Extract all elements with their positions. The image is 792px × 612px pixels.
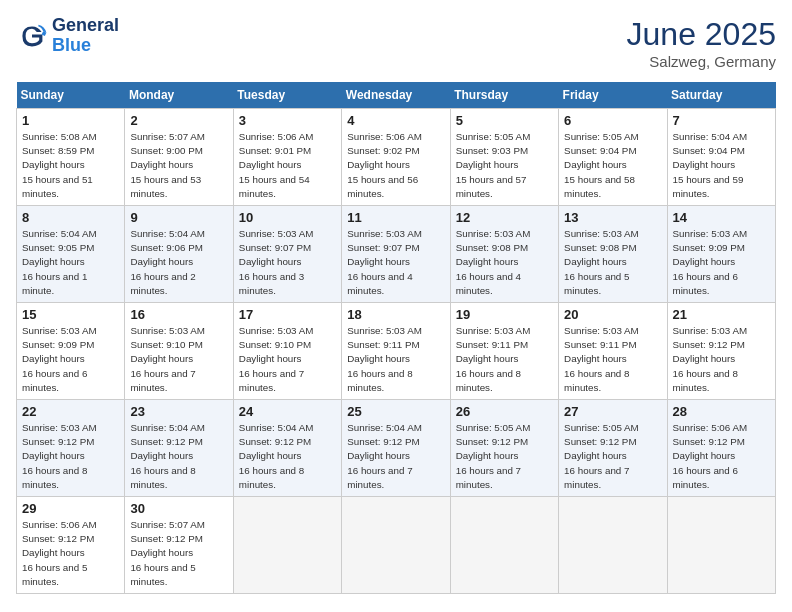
logo-text-line1: General [52,16,119,36]
table-row: 9 Sunrise: 5:04 AMSunset: 9:06 PMDayligh… [125,206,233,303]
day-info: Sunrise: 5:03 AMSunset: 9:11 PMDaylight … [456,324,553,395]
day-number: 25 [347,404,444,419]
day-number: 11 [347,210,444,225]
table-row: 3 Sunrise: 5:06 AMSunset: 9:01 PMDayligh… [233,109,341,206]
day-number: 28 [673,404,770,419]
day-number: 30 [130,501,227,516]
day-number: 8 [22,210,119,225]
logo-icon [16,20,48,52]
day-info: Sunrise: 5:05 AMSunset: 9:12 PMDaylight … [564,421,661,492]
header-monday: Monday [125,82,233,109]
calendar-row: 8 Sunrise: 5:04 AMSunset: 9:05 PMDayligh… [17,206,776,303]
day-info: Sunrise: 5:03 AMSunset: 9:07 PMDaylight … [347,227,444,298]
day-info: Sunrise: 5:04 AMSunset: 9:04 PMDaylight … [673,130,770,201]
day-number: 16 [130,307,227,322]
day-info: Sunrise: 5:07 AMSunset: 9:12 PMDaylight … [130,518,227,589]
day-info: Sunrise: 5:04 AMSunset: 9:05 PMDaylight … [22,227,119,298]
day-number: 5 [456,113,553,128]
header-tuesday: Tuesday [233,82,341,109]
day-number: 22 [22,404,119,419]
day-info: Sunrise: 5:03 AMSunset: 9:08 PMDaylight … [456,227,553,298]
day-number: 23 [130,404,227,419]
day-info: Sunrise: 5:03 AMSunset: 9:11 PMDaylight … [347,324,444,395]
day-info: Sunrise: 5:03 AMSunset: 9:12 PMDaylight … [673,324,770,395]
day-info: Sunrise: 5:05 AMSunset: 9:04 PMDaylight … [564,130,661,201]
day-number: 15 [22,307,119,322]
day-number: 14 [673,210,770,225]
day-number: 9 [130,210,227,225]
day-number: 6 [564,113,661,128]
day-number: 17 [239,307,336,322]
day-number: 26 [456,404,553,419]
day-info: Sunrise: 5:06 AMSunset: 9:02 PMDaylight … [347,130,444,201]
day-info: Sunrise: 5:06 AMSunset: 9:12 PMDaylight … [673,421,770,492]
table-row [233,497,341,594]
day-info: Sunrise: 5:03 AMSunset: 9:07 PMDaylight … [239,227,336,298]
day-info: Sunrise: 5:06 AMSunset: 9:12 PMDaylight … [22,518,119,589]
table-row: 27 Sunrise: 5:05 AMSunset: 9:12 PMDaylig… [559,400,667,497]
logo-text-line2: Blue [52,36,119,56]
table-row: 25 Sunrise: 5:04 AMSunset: 9:12 PMDaylig… [342,400,450,497]
day-number: 29 [22,501,119,516]
table-row: 14 Sunrise: 5:03 AMSunset: 9:09 PMDaylig… [667,206,775,303]
table-row: 20 Sunrise: 5:03 AMSunset: 9:11 PMDaylig… [559,303,667,400]
day-info: Sunrise: 5:03 AMSunset: 9:10 PMDaylight … [239,324,336,395]
table-row: 6 Sunrise: 5:05 AMSunset: 9:04 PMDayligh… [559,109,667,206]
calendar-header-row: Sunday Monday Tuesday Wednesday Thursday… [17,82,776,109]
table-row: 24 Sunrise: 5:04 AMSunset: 9:12 PMDaylig… [233,400,341,497]
table-row: 4 Sunrise: 5:06 AMSunset: 9:02 PMDayligh… [342,109,450,206]
day-info: Sunrise: 5:07 AMSunset: 9:00 PMDaylight … [130,130,227,201]
header-thursday: Thursday [450,82,558,109]
calendar-table: Sunday Monday Tuesday Wednesday Thursday… [16,82,776,594]
day-info: Sunrise: 5:03 AMSunset: 9:09 PMDaylight … [673,227,770,298]
day-info: Sunrise: 5:03 AMSunset: 9:11 PMDaylight … [564,324,661,395]
day-number: 13 [564,210,661,225]
table-row [342,497,450,594]
day-info: Sunrise: 5:03 AMSunset: 9:09 PMDaylight … [22,324,119,395]
day-number: 12 [456,210,553,225]
table-row: 18 Sunrise: 5:03 AMSunset: 9:11 PMDaylig… [342,303,450,400]
table-row: 16 Sunrise: 5:03 AMSunset: 9:10 PMDaylig… [125,303,233,400]
table-row: 26 Sunrise: 5:05 AMSunset: 9:12 PMDaylig… [450,400,558,497]
calendar-row: 15 Sunrise: 5:03 AMSunset: 9:09 PMDaylig… [17,303,776,400]
table-row: 15 Sunrise: 5:03 AMSunset: 9:09 PMDaylig… [17,303,125,400]
table-row: 22 Sunrise: 5:03 AMSunset: 9:12 PMDaylig… [17,400,125,497]
day-number: 21 [673,307,770,322]
table-row: 8 Sunrise: 5:04 AMSunset: 9:05 PMDayligh… [17,206,125,303]
day-info: Sunrise: 5:04 AMSunset: 9:12 PMDaylight … [347,421,444,492]
day-info: Sunrise: 5:04 AMSunset: 9:12 PMDaylight … [130,421,227,492]
location: Salzweg, Germany [627,53,776,70]
day-number: 10 [239,210,336,225]
table-row: 5 Sunrise: 5:05 AMSunset: 9:03 PMDayligh… [450,109,558,206]
logo: General Blue [16,16,119,56]
table-row: 13 Sunrise: 5:03 AMSunset: 9:08 PMDaylig… [559,206,667,303]
day-info: Sunrise: 5:03 AMSunset: 9:12 PMDaylight … [22,421,119,492]
table-row: 2 Sunrise: 5:07 AMSunset: 9:00 PMDayligh… [125,109,233,206]
table-row: 19 Sunrise: 5:03 AMSunset: 9:11 PMDaylig… [450,303,558,400]
day-number: 19 [456,307,553,322]
day-info: Sunrise: 5:05 AMSunset: 9:12 PMDaylight … [456,421,553,492]
table-row: 21 Sunrise: 5:03 AMSunset: 9:12 PMDaylig… [667,303,775,400]
day-info: Sunrise: 5:04 AMSunset: 9:12 PMDaylight … [239,421,336,492]
table-row: 17 Sunrise: 5:03 AMSunset: 9:10 PMDaylig… [233,303,341,400]
table-row: 7 Sunrise: 5:04 AMSunset: 9:04 PMDayligh… [667,109,775,206]
table-row: 12 Sunrise: 5:03 AMSunset: 9:08 PMDaylig… [450,206,558,303]
day-info: Sunrise: 5:08 AMSunset: 8:59 PMDaylight … [22,130,119,201]
table-row: 10 Sunrise: 5:03 AMSunset: 9:07 PMDaylig… [233,206,341,303]
day-number: 3 [239,113,336,128]
day-number: 2 [130,113,227,128]
day-number: 18 [347,307,444,322]
header-wednesday: Wednesday [342,82,450,109]
day-info: Sunrise: 5:03 AMSunset: 9:08 PMDaylight … [564,227,661,298]
table-row: 29 Sunrise: 5:06 AMSunset: 9:12 PMDaylig… [17,497,125,594]
day-info: Sunrise: 5:03 AMSunset: 9:10 PMDaylight … [130,324,227,395]
day-number: 1 [22,113,119,128]
calendar-row: 22 Sunrise: 5:03 AMSunset: 9:12 PMDaylig… [17,400,776,497]
month-year: June 2025 [627,16,776,53]
header-friday: Friday [559,82,667,109]
calendar-row: 29 Sunrise: 5:06 AMSunset: 9:12 PMDaylig… [17,497,776,594]
header-saturday: Saturday [667,82,775,109]
table-row [559,497,667,594]
day-info: Sunrise: 5:05 AMSunset: 9:03 PMDaylight … [456,130,553,201]
table-row [667,497,775,594]
